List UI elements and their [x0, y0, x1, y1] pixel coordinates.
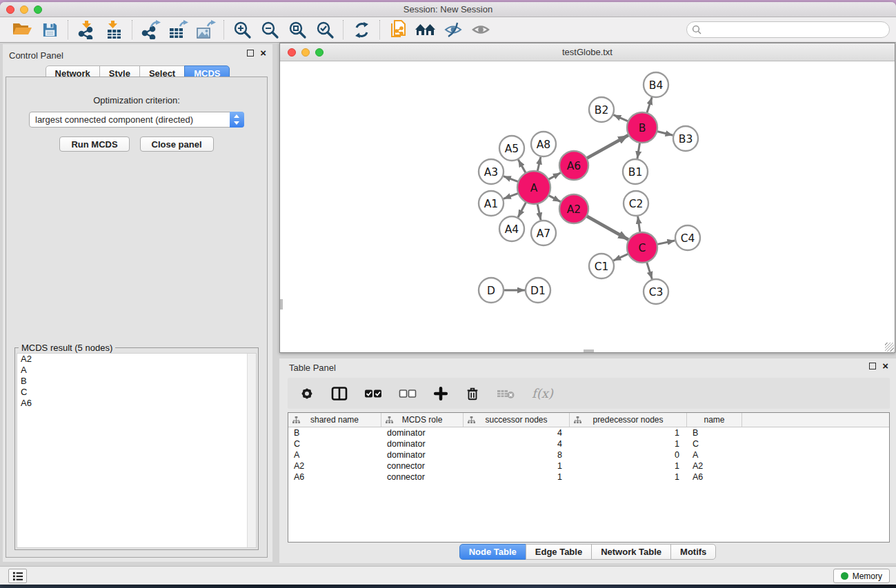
- graph-node-A6[interactable]: A6: [559, 151, 588, 180]
- graph-edge-B-B1[interactable]: [637, 141, 640, 159]
- save-session-button[interactable]: [36, 19, 63, 41]
- close-panel-button[interactable]: Close panel: [140, 136, 214, 152]
- search-input[interactable]: [686, 21, 890, 38]
- zoom-selected-button[interactable]: [311, 19, 339, 41]
- column-header-name[interactable]: name: [687, 413, 742, 427]
- graph-node-A5[interactable]: A5: [499, 136, 524, 161]
- optimization-criterion-dropdown[interactable]: largest connected component (directed): [29, 112, 244, 128]
- graph-node-A1[interactable]: A1: [479, 191, 504, 216]
- table-row[interactable]: A6connector11A6: [288, 472, 889, 483]
- pane-divider-handle[interactable]: [584, 349, 594, 352]
- column-header-mcds-role[interactable]: MCDS role: [381, 413, 464, 427]
- graph-edge-A6-B[interactable]: [586, 135, 628, 159]
- mcds-result-item[interactable]: B: [17, 376, 256, 387]
- graph-node-A7[interactable]: A7: [531, 221, 556, 245]
- column-header-successor-nodes[interactable]: successor nodes: [464, 413, 570, 427]
- graph-node-A[interactable]: A: [517, 171, 550, 204]
- graph-edge-C-C4[interactable]: [656, 241, 675, 245]
- graph-edge-C-C2[interactable]: [638, 216, 641, 234]
- window-resize-grip[interactable]: [885, 343, 894, 352]
- table-row[interactable]: Cdominator41C: [288, 438, 889, 449]
- import-network-button[interactable]: [72, 19, 100, 41]
- network-close-button[interactable]: [288, 48, 296, 57]
- import-table-button[interactable]: [100, 19, 128, 41]
- column-header-filler: [742, 413, 889, 427]
- pane-divider-handle[interactable]: [280, 299, 283, 310]
- graph-node-A2[interactable]: A2: [559, 194, 588, 223]
- hide-panel-button[interactable]: [439, 19, 467, 41]
- zoom-fit-button[interactable]: [283, 19, 311, 41]
- run-mcds-button[interactable]: Run MCDS: [59, 136, 129, 152]
- graph-edge-A2-C[interactable]: [586, 215, 628, 239]
- delete-column-button[interactable]: [465, 386, 480, 401]
- open-file-button[interactable]: [8, 19, 36, 41]
- graph-node-D1[interactable]: D1: [526, 278, 550, 303]
- export-table-button[interactable]: [164, 19, 192, 41]
- float-panel-icon[interactable]: [247, 50, 254, 57]
- close-panel-icon[interactable]: ×: [260, 50, 266, 57]
- network-zoom-button[interactable]: [315, 48, 323, 57]
- table-row[interactable]: Adominator80A: [288, 449, 889, 460]
- graph-node-A8[interactable]: A8: [531, 132, 556, 156]
- graph-node-C2[interactable]: C2: [624, 191, 648, 216]
- graph-node-C3[interactable]: C3: [644, 279, 668, 304]
- memory-button[interactable]: Memory: [833, 569, 890, 583]
- graph-edge-A-A4[interactable]: [518, 201, 527, 217]
- graph-edge-A-A6[interactable]: [547, 173, 560, 181]
- table-row[interactable]: A2connector11A2: [288, 460, 889, 472]
- show-panel-button[interactable]: [467, 19, 495, 41]
- network-minimize-button[interactable]: [301, 48, 310, 57]
- refresh-view-button[interactable]: [348, 19, 375, 41]
- graph-node-D[interactable]: D: [479, 278, 504, 303]
- home-view-button[interactable]: [412, 19, 439, 41]
- close-table-panel-icon[interactable]: ×: [882, 363, 888, 369]
- graph-node-C4[interactable]: C4: [675, 225, 700, 250]
- zoom-in-button[interactable]: [228, 19, 256, 41]
- graph-edge-B-B4[interactable]: [646, 97, 652, 114]
- select-all-button[interactable]: [364, 388, 382, 399]
- graph-edge-B-B3[interactable]: [655, 131, 673, 135]
- mcds-result-item[interactable]: A6: [17, 398, 256, 409]
- graph-node-B1[interactable]: B1: [623, 159, 648, 184]
- tab-node-table[interactable]: Node Table: [459, 544, 526, 560]
- column-header-shared-name[interactable]: shared name: [288, 413, 381, 427]
- float-table-panel-icon[interactable]: [869, 363, 876, 369]
- mcds-list-scrollbar[interactable]: [247, 354, 256, 547]
- copy-network-button[interactable]: [384, 19, 412, 41]
- graph-edge-A-A1[interactable]: [504, 193, 520, 199]
- table-row[interactable]: Bdominator41B: [288, 427, 889, 438]
- tab-network-table[interactable]: Network Table: [591, 544, 671, 560]
- import-network-icon: [77, 20, 96, 39]
- add-column-button[interactable]: [433, 386, 448, 401]
- tab-edge-table[interactable]: Edge Table: [526, 544, 592, 560]
- graph-edge-A-A3[interactable]: [504, 176, 520, 183]
- network-canvas[interactable]: AA1A2A3A4A5A6A7A8BB1B2B3B4CC1C2C3C4DD1: [280, 62, 895, 352]
- column-layout-button[interactable]: [331, 386, 348, 401]
- graph-node-B3[interactable]: B3: [673, 126, 698, 151]
- graph-edge-A-A2[interactable]: [547, 194, 560, 201]
- graph-node-B2[interactable]: B2: [589, 97, 614, 122]
- zoom-out-button[interactable]: [256, 19, 283, 41]
- column-header-predecessor-nodes[interactable]: predecessor nodes: [570, 413, 687, 427]
- graph-node-A4[interactable]: A4: [499, 216, 524, 241]
- graph-edge-A-A8[interactable]: [537, 157, 541, 173]
- graph-edge-A-A5[interactable]: [518, 160, 526, 174]
- tab-motifs[interactable]: Motifs: [670, 544, 716, 560]
- mcds-result-item[interactable]: A: [17, 365, 256, 376]
- mcds-result-item[interactable]: C: [17, 387, 256, 398]
- graph-node-C[interactable]: C: [627, 232, 657, 263]
- graph-edge-B-B2[interactable]: [613, 115, 629, 122]
- graph-node-C1[interactable]: C1: [589, 254, 614, 278]
- mcds-result-item[interactable]: A2: [17, 354, 256, 365]
- graph-node-A3[interactable]: A3: [479, 159, 504, 184]
- graph-edge-C-C1[interactable]: [613, 253, 630, 261]
- task-history-button[interactable]: [8, 569, 27, 583]
- export-image-button[interactable]: [192, 19, 219, 41]
- deselect-all-button[interactable]: [399, 388, 417, 399]
- graph-node-B[interactable]: B: [627, 112, 657, 143]
- graph-edge-C-C3[interactable]: [646, 261, 652, 279]
- graph-node-B4[interactable]: B4: [644, 72, 668, 97]
- table-settings-button[interactable]: [299, 386, 315, 401]
- export-network-button[interactable]: [137, 19, 164, 41]
- graph-edge-A-A7[interactable]: [537, 203, 541, 221]
